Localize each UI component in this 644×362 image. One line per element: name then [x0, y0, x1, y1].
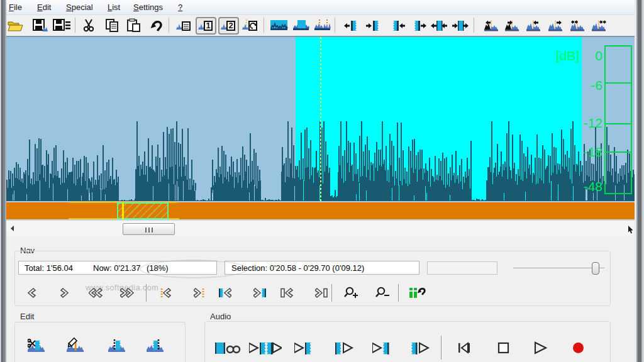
svg-text:-6: -6	[591, 78, 602, 92]
svg-text:-18: -18	[584, 145, 602, 159]
svg-text:1: 1	[206, 21, 210, 30]
svg-text:-12: -12	[584, 116, 602, 130]
svg-text:[dB]: [dB]	[556, 48, 579, 63]
svg-text:-48: -48	[584, 179, 602, 194]
svg-text:0: 0	[595, 48, 602, 63]
svg-text:2: 2	[228, 21, 233, 30]
